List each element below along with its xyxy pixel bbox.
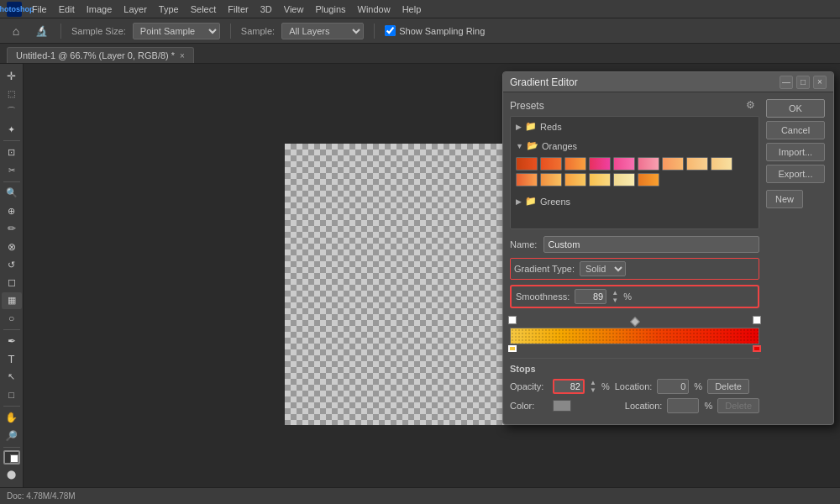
show-sampling-ring-checkbox[interactable] (385, 25, 396, 36)
preset-group-reds-header[interactable]: ▶ 📁 Reds (511, 118, 759, 134)
orange-swatch-12[interactable] (564, 173, 586, 186)
presets-scroll-area[interactable]: ▶ 📁 Reds ▼ 📂 Oranges (510, 116, 759, 229)
opacity-location-input[interactable] (657, 379, 689, 394)
orange-swatch-3[interactable] (564, 157, 586, 171)
cancel-button[interactable]: Cancel (766, 121, 825, 139)
menu-select[interactable]: Select (186, 3, 222, 16)
tab-close-button[interactable]: × (180, 51, 185, 60)
shape-tool[interactable]: □ (2, 386, 22, 403)
stops-section: Stops Opacity: ▲▼ % Location: % Delete (510, 358, 759, 413)
sample-label: Sample: (241, 26, 275, 36)
gradient-tool[interactable]: ▦ (2, 292, 22, 309)
dialog-right-panel: OK Cancel Import... Export... New (766, 92, 833, 424)
zoom-tool[interactable]: 🔎 (2, 428, 22, 444)
color-stop-label: Color: (510, 401, 548, 411)
quick-mask-tool[interactable]: ⬤ (2, 465, 22, 482)
history-brush-tool[interactable]: ↺ (2, 256, 22, 273)
dialog-minimize-button[interactable]: — (780, 76, 793, 89)
crop-tool[interactable]: ⊡ (2, 144, 22, 160)
color-delete-button[interactable]: Delete (717, 398, 759, 413)
tool-separator-4 (3, 406, 20, 407)
move-tool[interactable]: ✛ (2, 67, 22, 84)
menu-type[interactable]: Type (154, 3, 184, 16)
color-stop-right[interactable] (753, 345, 761, 352)
menu-image[interactable]: Image (81, 3, 118, 16)
lasso-tool[interactable]: ⌒ (2, 103, 22, 120)
menu-window[interactable]: Window (353, 3, 396, 16)
select-tool[interactable]: ⬚ (2, 85, 22, 102)
eyedropper-tool-panel[interactable]: 🔍 (2, 185, 22, 202)
orange-swatch-13[interactable] (589, 173, 611, 186)
sample-size-select[interactable]: Point Sample 3 by 3 Average (133, 23, 220, 39)
opacity-delete-button[interactable]: Delete (707, 379, 749, 394)
menu-edit[interactable]: Edit (54, 3, 80, 16)
smoothness-label: Smoothness: (516, 291, 570, 302)
orange-swatch-10[interactable] (516, 173, 538, 186)
gradient-type-select[interactable]: Solid Noise (580, 261, 626, 276)
brush-tool[interactable]: ✏ (2, 220, 22, 237)
dialog-maximize-button[interactable]: □ (796, 76, 810, 89)
preset-group-oranges-header[interactable]: ▼ 📂 Oranges (511, 138, 759, 154)
dialog-close-button[interactable]: × (813, 76, 827, 89)
name-input[interactable] (543, 236, 759, 253)
menu-layer[interactable]: Layer (118, 3, 152, 16)
home-button[interactable]: ⌂ (7, 22, 25, 40)
orange-swatch-1[interactable] (516, 157, 538, 171)
menu-3d[interactable]: 3D (255, 3, 277, 16)
smoothness-spinner[interactable]: ▲ ▼ (612, 289, 618, 304)
path-select-tool[interactable]: ↖ (2, 369, 22, 386)
new-button[interactable]: New (766, 190, 803, 208)
gradient-bar[interactable] (510, 328, 759, 344)
gradient-stops-top[interactable] (510, 315, 759, 327)
eraser-tool[interactable]: ◻ (2, 274, 22, 291)
gradient-stops-bottom[interactable] (510, 344, 759, 356)
preset-group-greens-header[interactable]: ▶ 📁 Greens (511, 193, 759, 209)
menu-help[interactable]: Help (397, 3, 427, 16)
magic-wand-tool[interactable]: ✦ (2, 121, 22, 138)
text-tool[interactable]: T (2, 350, 22, 367)
opacity-stop-right[interactable] (753, 316, 761, 326)
orange-swatch-14[interactable] (613, 173, 635, 186)
dialog-body: Presets ⚙ ▶ 📁 Reds ▼ 📂 (503, 92, 833, 424)
import-button[interactable]: Import... (766, 143, 825, 161)
menu-view[interactable]: View (279, 3, 309, 16)
orange-swatch-7[interactable] (662, 157, 684, 171)
menu-plugins[interactable]: Plugins (310, 3, 350, 16)
show-sampling-ring-text: Show Sampling Ring (399, 26, 485, 36)
orange-swatch-4[interactable] (589, 157, 611, 171)
sample-select[interactable]: All Layers Current Layer (281, 23, 364, 39)
orange-swatch-6[interactable] (638, 157, 659, 171)
ok-button[interactable]: OK (766, 99, 825, 118)
export-button[interactable]: Export... (766, 165, 825, 183)
opacity-stop-left[interactable] (508, 316, 517, 326)
gradient-midpoint-diamond[interactable] (630, 317, 639, 326)
menu-filter[interactable]: Filter (223, 3, 253, 16)
show-sampling-ring-label[interactable]: Show Sampling Ring (385, 25, 485, 36)
opacity-spinner[interactable]: ▲▼ (590, 379, 596, 394)
orange-swatch-5[interactable] (613, 157, 635, 171)
color-stop-swatch[interactable] (553, 400, 571, 412)
menu-file[interactable]: File (27, 3, 52, 16)
color-location-input[interactable] (667, 398, 699, 413)
reds-group-name: Reds (540, 122, 562, 132)
foreground-background-color[interactable] (3, 450, 20, 465)
smoothness-input[interactable] (575, 289, 606, 304)
clone-tool[interactable]: ⊗ (2, 239, 22, 255)
orange-swatch-15[interactable] (638, 173, 659, 186)
document-tab[interactable]: Untitled-1 @ 66.7% (Layer 0, RGB/8) * × (7, 47, 194, 63)
spot-heal-tool[interactable]: ⊕ (2, 202, 22, 219)
dodge-tool[interactable]: ○ (2, 310, 22, 327)
orange-swatch-2[interactable] (540, 157, 562, 171)
orange-swatch-9[interactable] (711, 157, 732, 171)
color-stop-row: Color: Location: % Delete (510, 398, 759, 413)
opacity-stop-input[interactable] (553, 379, 585, 394)
slice-tool[interactable]: ✂ (2, 161, 22, 178)
pen-tool[interactable]: ✒ (2, 333, 22, 349)
orange-swatch-8[interactable] (686, 157, 708, 171)
hand-tool[interactable]: ✋ (2, 409, 22, 426)
presets-gear-icon[interactable]: ⚙ (746, 99, 759, 113)
preset-group-oranges: ▼ 📂 Oranges (511, 136, 759, 192)
orange-swatch-11[interactable] (540, 173, 562, 186)
color-stop-left[interactable] (508, 345, 517, 352)
eyedropper-tool[interactable]: 🔬 (32, 22, 50, 40)
